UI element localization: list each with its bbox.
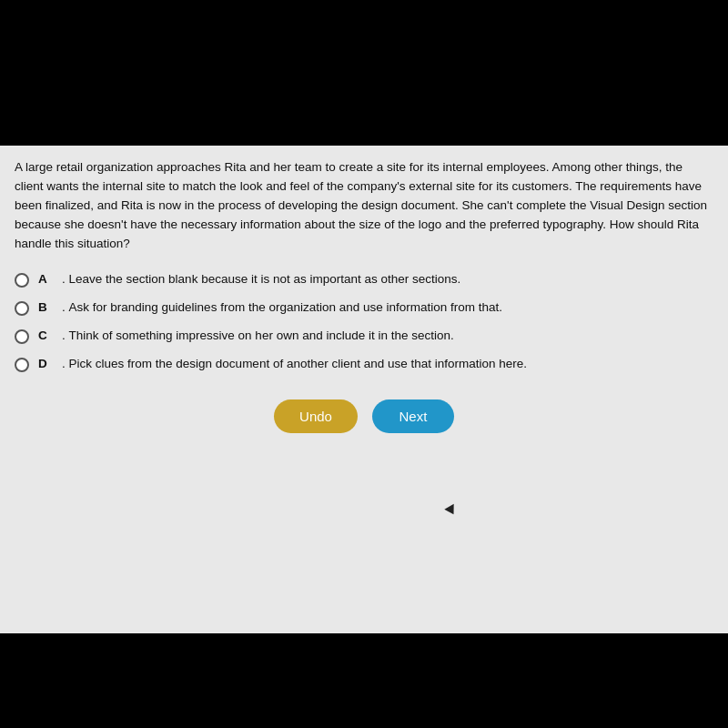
radio-c[interactable]	[15, 329, 29, 344]
option-text-b: Ask for branding guidelines from the org…	[69, 300, 713, 314]
question-text: A large retail organization approaches R…	[15, 158, 713, 254]
option-label-c-dot: .	[62, 329, 66, 342]
radio-a[interactable]	[15, 273, 29, 288]
radio-d[interactable]	[15, 358, 29, 372]
option-item-a[interactable]: A. Leave the section blank because it is…	[15, 272, 713, 288]
option-label-a: A	[38, 272, 55, 286]
option-text-c: Think of something impressive on her own…	[69, 329, 713, 342]
option-text-d: Pick clues from the design document of a…	[69, 357, 713, 370]
top-black-area	[0, 0, 728, 146]
option-item-d[interactable]: D. Pick clues from the design document o…	[15, 357, 713, 372]
option-label-c: C	[38, 329, 55, 342]
options-list: A. Leave the section blank because it is…	[15, 272, 713, 372]
option-label-d-dot: .	[62, 357, 66, 370]
buttons-row: Undo Next	[15, 399, 713, 433]
undo-button[interactable]: Undo	[274, 399, 358, 433]
option-label-d: D	[38, 357, 55, 370]
option-label-a-dot: .	[62, 272, 66, 286]
next-button[interactable]: Next	[372, 399, 454, 433]
option-label-b-dot: .	[62, 300, 66, 314]
mouse-cursor	[444, 503, 458, 517]
bottom-area	[0, 451, 728, 633]
radio-b[interactable]	[15, 301, 29, 316]
option-text-a: Leave the section blank because it is no…	[69, 272, 713, 286]
content-area: A large retail organization approaches R…	[0, 146, 728, 451]
option-label-b: B	[38, 300, 55, 314]
option-item-b[interactable]: B. Ask for branding guidelines from the …	[15, 300, 713, 316]
option-item-c[interactable]: C. Think of something impressive on her …	[15, 329, 713, 344]
